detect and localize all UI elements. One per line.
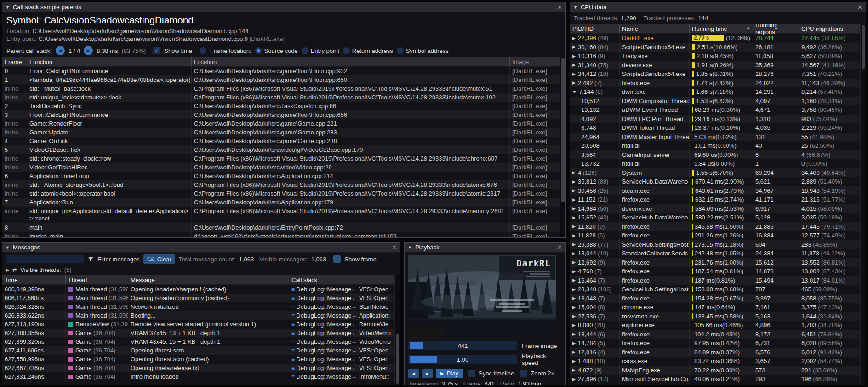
callstack-frame-row[interactable]: 7Application::RunC:\Users\wolf\Desktop\d…: [2, 198, 565, 207]
frame-location-radio-icon[interactable]: [200, 47, 206, 54]
expand-icon[interactable]: ▶: [572, 287, 576, 292]
message-row[interactable]: 627,558,996nsGame (36,704)Opening /fores…: [2, 355, 400, 364]
close-icon[interactable]: ✕: [557, 244, 562, 251]
cpu-row[interactable]: 20,508ntdll.dll1.01 ms (0.00%)4025 (62.5…: [570, 141, 866, 150]
expand-icon[interactable]: ▶: [572, 305, 576, 310]
cpu-row[interactable]: ▶4,768 (7)firefox.exe187.54 ms (0.81%)14…: [570, 267, 866, 276]
cpu-row[interactable]: ▶29,388 (77)ServiceHub.SettingsHost273.1…: [570, 240, 866, 249]
callstack-frame-row[interactable]: inlinestd::unique_lock<std::mutex>::lock…: [2, 93, 565, 102]
expand-icon[interactable]: ▶: [572, 242, 576, 247]
play-button[interactable]: ▶ Play: [436, 369, 463, 378]
playback-speed-slider[interactable]: 1.00: [408, 355, 517, 364]
message-callstack-cell[interactable]: ≡ DebugLog::Message ← VFS::Open: [289, 294, 400, 302]
message-row[interactable]: 627,399,320nsGame (36,704)VRAM 43x45: 15…: [2, 337, 400, 346]
cpu-row[interactable]: ▶4,872 (9)MsMpEng.exe70.22 ms (0.30%)573…: [570, 366, 866, 375]
expand-icon[interactable]: ▶: [572, 314, 576, 318]
cpu-row[interactable]: ▶15,652 (43)ServiceHub.DataWareho580.22 …: [570, 213, 866, 222]
expand-icon[interactable]: ▶: [572, 215, 576, 220]
message-row[interactable]: 626,024,328nsMain thread (31,596)Network…: [2, 302, 400, 311]
column-header-image[interactable]: Image: [510, 57, 560, 66]
cpu-row[interactable]: ▶11,152 (21)firefox.exe632.15 ms (2.74%)…: [570, 195, 866, 204]
scrollbar-thumb[interactable]: [396, 334, 399, 384]
expand-icon[interactable]: ▶: [572, 377, 576, 381]
message-row[interactable]: 627,831,246nsGame (36,704)Intro menu loa…: [2, 372, 400, 381]
cpu-row[interactable]: ▶11,820 (9)firefox.exe346.58 ms (1.50%)2…: [570, 222, 866, 231]
next-callstack-button[interactable]: ▶: [84, 46, 93, 55]
cpu-row[interactable]: ▶34,412 (18)ScriptedSandbox64.exe1.85 s …: [570, 69, 866, 79]
expand-icon[interactable]: ▶: [572, 323, 576, 328]
column-header-running-time[interactable]: Running time▼: [690, 24, 753, 33]
cpu-scrollbar[interactable]: [860, 24, 866, 385]
expand-icon[interactable]: ▶: [572, 45, 576, 49]
scrollbar-thumb[interactable]: [862, 25, 865, 69]
expand-icon[interactable]: ▶: [572, 332, 576, 336]
messages-titlebar[interactable]: ▼ Messages ✕: [2, 243, 400, 253]
message-callstack-cell[interactable]: ≡ DebugLog::Message ← VideoMemo: [289, 329, 400, 337]
message-row[interactable]: 627,380,356nsGame (36,704)VRAM 37x45: 13…: [2, 329, 400, 337]
cpu-titlebar[interactable]: ▼ CPU data ✕: [570, 2, 866, 12]
cpu-row[interactable]: ▶14,984 (50)devenv.exe584.69 ms (2.53%)6…: [570, 204, 866, 214]
clear-button[interactable]: ⌫ Clear: [143, 254, 175, 264]
message-row[interactable]: 606,117,568nsMain thread (31,596)Opening…: [2, 294, 400, 302]
message-row[interactable]: 626,833,622nsMain thread (31,596)Booting…: [2, 311, 400, 320]
expand-icon[interactable]: ▶: [572, 296, 576, 300]
collapse-arrow-icon[interactable]: ▼: [573, 5, 577, 10]
expand-icon[interactable]: ▶: [6, 268, 9, 272]
radio-icon[interactable]: [302, 47, 308, 54]
expand-icon[interactable]: ▶: [572, 179, 576, 184]
messages-scrollbar[interactable]: [394, 275, 400, 385]
frame-location-option[interactable]: Entry point: [302, 47, 339, 54]
column-header-time[interactable]: Time: [2, 275, 66, 284]
column-header-function[interactable]: Function: [27, 57, 192, 66]
playback-titlebar[interactable]: ▼ Playback ✕: [405, 243, 565, 253]
expand-icon[interactable]: ▶: [572, 170, 576, 175]
callstack-frame-row[interactable]: inlineinvoke_maind:\agent\_work\63\s\src…: [2, 232, 565, 237]
expand-icon[interactable]: ▶: [572, 269, 576, 274]
cpu-row[interactable]: ▶35,812 (88)ServiceHub.DataWareho670.41 …: [570, 177, 866, 186]
message-callstack-cell[interactable]: ≡ DebugLog::Message ← VFS::Open: [289, 364, 400, 372]
expand-icon[interactable]: ▶: [572, 224, 576, 229]
cpu-row[interactable]: 13,732ntdll.dll5.84 us (0.00%)10 (0.00%): [570, 159, 866, 168]
callstack-frame-row[interactable]: inlineGame::RenderFloorC:\Users\wolf\Des…: [2, 119, 565, 128]
expand-icon[interactable]: ▶: [572, 72, 576, 76]
expand-icon[interactable]: ▶: [572, 188, 576, 193]
expand-icon[interactable]: ▼: [572, 90, 577, 94]
expand-icon[interactable]: ▶: [572, 251, 576, 256]
callstack-frame-row[interactable]: inlinestd::chrono::steady_clock::nowC:\P…: [2, 154, 565, 163]
frame-location-option[interactable]: Symbol address: [397, 47, 449, 54]
message-row[interactable]: 627,411,606nsGame (36,704)Opening /fores…: [2, 346, 400, 355]
callstack-scrollbar[interactable]: [560, 57, 565, 237]
cpu-row[interactable]: ▶22,396 (49)DarkRL.exe2.79 s(12.06%)78,7…: [570, 34, 866, 43]
callstack-frame-row[interactable]: inlinestd::_Mutex_base::lockC:\Program F…: [2, 84, 565, 93]
visible-threads-row[interactable]: ▶ ⇄ Visible threads: (5): [2, 266, 400, 275]
close-icon[interactable]: ✕: [857, 4, 862, 11]
close-icon[interactable]: ✕: [392, 244, 397, 251]
cpu-row[interactable]: 13,132uDWM Event Thread68.29 ms (0.30%)4…: [570, 105, 866, 115]
radio-icon[interactable]: [343, 47, 350, 54]
callstack-frame-row[interactable]: inlinestd::atomic<bool>::operator boolC:…: [2, 189, 565, 198]
column-header-name[interactable]: Name: [620, 24, 690, 33]
cpu-row[interactable]: ▶8,080 (20)explorer.exe105.66 ms (0.46%)…: [570, 321, 866, 330]
cpu-row[interactable]: ▶14,784 (5)firefox.exe97.95 ms (0.42%)6,…: [570, 339, 866, 348]
callstack-frame-row[interactable]: 3Floor::CalcLightNoLuminanceC:\Users\wol…: [2, 110, 565, 119]
playback-frame-image[interactable]: DarkRL: [408, 255, 556, 339]
callstack-frame-row[interactable]: 1<lambda_84a19dc444fae966ca174e83e708bdc…: [2, 75, 565, 84]
expand-icon[interactable]: ▶: [572, 341, 576, 346]
cpu-row[interactable]: ▶10,316 (9)Tracy.exe2.18 s (9.45%)11,058…: [570, 52, 866, 61]
expand-icon[interactable]: ▶: [572, 368, 576, 372]
frame-location-option[interactable]: Return address: [343, 47, 393, 54]
expand-icon[interactable]: ▶: [572, 54, 576, 58]
cpu-row[interactable]: ▶30,160 (84)ScriptedSandbox64.exe2.51 s …: [570, 43, 866, 52]
expand-icon[interactable]: ▶: [572, 197, 576, 202]
callstack-frame-row[interactable]: 8mainC:\Users\wolf\Desktop\darkrl\src\En…: [2, 223, 565, 232]
column-header-thread[interactable]: Thread: [66, 275, 128, 284]
expand-icon[interactable]: ▶: [572, 36, 576, 40]
message-row[interactable]: 627,667,736nsGame (36,704)Opening /meta/…: [2, 364, 400, 372]
column-header-call-stack[interactable]: Call stack: [289, 275, 400, 284]
expand-icon[interactable]: ▶: [572, 278, 576, 283]
expand-icon[interactable]: ▶: [572, 63, 576, 67]
scrollbar-thumb[interactable]: [561, 58, 565, 202]
callstack-frame-row[interactable]: inlineGame::UpdateC:\Users\wolf\Desktop\…: [2, 128, 565, 137]
cpu-row[interactable]: 10,512DWM Compositor Thread1.53 s (6.63%…: [570, 97, 866, 106]
prev-frame-button[interactable]: ◀: [408, 369, 419, 378]
